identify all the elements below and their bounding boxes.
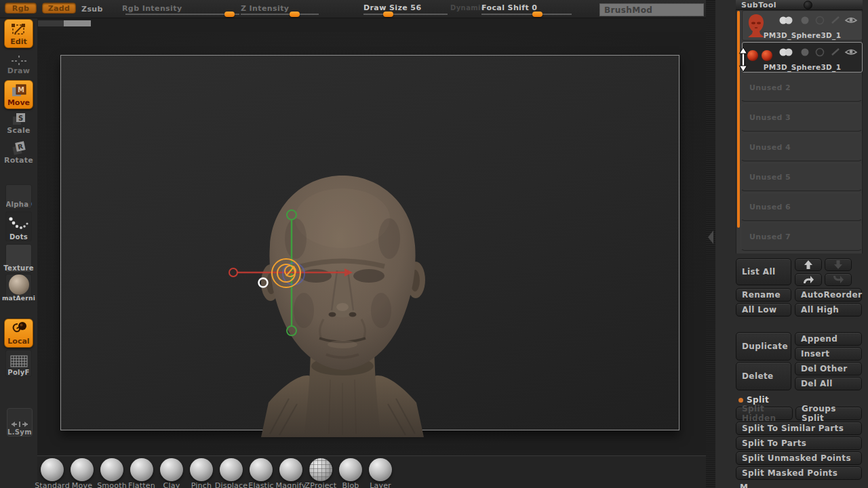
- tool-draw[interactable]: Draw: [5, 56, 32, 75]
- polyframe-toggle[interactable]: PolyF: [5, 350, 32, 377]
- lsym-arrows-icon: [9, 420, 30, 428]
- svg-text:M: M: [18, 86, 24, 94]
- brush-smooth[interactable]: Smooth: [97, 458, 127, 488]
- brush-standard[interactable]: Standard: [37, 458, 67, 488]
- tool-local-symmetry[interactable]: Local: [4, 319, 33, 348]
- brush-icon[interactable]: [832, 49, 839, 55]
- brushmod-field[interactable]: BrushMod: [599, 3, 704, 16]
- subtool-panel-header[interactable]: SubTool: [736, 0, 863, 10]
- edit-icon: [11, 22, 27, 37]
- brush-flatten[interactable]: Flatten: [127, 458, 157, 488]
- rgb-button[interactable]: Rgb: [5, 3, 37, 14]
- texture-selector[interactable]: Texture: [5, 244, 32, 272]
- tool-rotate[interactable]: R Rotate: [5, 141, 32, 165]
- tool-move[interactable]: M Move: [4, 80, 33, 109]
- subtool-unused-slot[interactable]: Unused 4: [741, 133, 863, 161]
- subtool-item-selected[interactable]: PM3D_Sphere3D_1: [742, 42, 863, 73]
- split-hidden-button[interactable]: Split Hidden: [736, 407, 793, 420]
- move-to-top-button[interactable]: [795, 273, 822, 286]
- brush-elastic[interactable]: Elastic: [246, 458, 276, 488]
- subtool-unused-slot[interactable]: Unused 2: [741, 73, 863, 102]
- subtool-unused-slot[interactable]: Unused 6: [741, 192, 863, 221]
- focal-shift-track[interactable]: [481, 14, 572, 15]
- move-brush-icon: [71, 458, 94, 481]
- polypaint-icon[interactable]: [780, 49, 793, 56]
- subtool-panel: SubTool PM3D_Sp: [715, 0, 868, 488]
- brush-layer[interactable]: Layer: [366, 458, 395, 488]
- zproject-brush-icon: [309, 458, 332, 481]
- lsym-toggle[interactable]: L.Sym: [7, 408, 33, 436]
- autoreorder-button[interactable]: AutoReorder: [795, 288, 862, 302]
- split-unmasked-points-button[interactable]: Split Unmasked Points: [736, 451, 862, 465]
- all-high-button[interactable]: All High: [795, 303, 862, 317]
- brush-magnify[interactable]: Magnify: [276, 458, 306, 488]
- tool-scale[interactable]: S Scale: [5, 113, 32, 135]
- rgb-intensity-handle[interactable]: [224, 12, 235, 17]
- del-other-button[interactable]: Del Other: [795, 362, 862, 375]
- split-section-header[interactable]: Split: [738, 395, 769, 405]
- subtool-scrollbar[interactable]: [737, 11, 740, 228]
- sculpt-document-canvas[interactable]: [60, 55, 679, 430]
- tool-edit[interactable]: Edit: [4, 19, 33, 48]
- zadd-button[interactable]: Zadd: [42, 3, 76, 14]
- polyframe-grid-icon: [10, 355, 28, 367]
- del-all-button[interactable]: Del All: [795, 377, 862, 390]
- polypaint-icon[interactable]: [780, 17, 793, 24]
- mini-slider-track[interactable]: [38, 20, 64, 26]
- standard-brush-icon: [41, 458, 64, 481]
- displace-brush-icon: [220, 458, 243, 481]
- move-down-button[interactable]: [825, 258, 852, 271]
- material-selector[interactable]: matAerni: [5, 274, 32, 302]
- mini-slider-handle[interactable]: [64, 20, 91, 26]
- rgb-intensity-track[interactable]: [125, 14, 239, 15]
- rename-button[interactable]: Rename: [736, 288, 791, 302]
- split-to-similar-parts-button[interactable]: Split To Similar Parts: [736, 422, 862, 435]
- subtool-unused-slot[interactable]: Unused 5: [741, 163, 863, 191]
- dynamic-toggle[interactable]: Dynamic: [450, 4, 485, 12]
- visibility-eye-icon[interactable]: [846, 18, 856, 23]
- brush-move[interactable]: Move: [67, 458, 97, 488]
- ghost-icon[interactable]: [816, 17, 824, 24]
- brush-pinch[interactable]: Pinch: [186, 458, 216, 488]
- material-sphere-icon: [9, 274, 29, 295]
- local-icon: [10, 321, 28, 336]
- insert-button[interactable]: Insert: [795, 347, 862, 361]
- groups-split-button[interactable]: Groups Split: [795, 407, 862, 420]
- panel-close-knob-icon[interactable]: [804, 1, 812, 9]
- draw-size-handle[interactable]: [383, 12, 393, 17]
- delete-button[interactable]: Delete: [736, 362, 791, 390]
- brush-zproject[interactable]: ZProject: [306, 458, 336, 488]
- dots-stroke-icon: [9, 216, 29, 232]
- panel-divider[interactable]: [706, 0, 715, 488]
- draw-size-track[interactable]: [363, 14, 448, 15]
- shaded-icon[interactable]: [802, 49, 809, 56]
- brush-icon[interactable]: [832, 17, 839, 23]
- move-up-button[interactable]: [795, 258, 822, 271]
- alpha-selector[interactable]: Alpha Of: [5, 184, 32, 209]
- subtool-item-label: PM3D_Sphere3D_1: [743, 31, 862, 39]
- stroke-selector[interactable]: Dots: [5, 211, 32, 241]
- all-low-button[interactable]: All Low: [736, 303, 791, 317]
- elastic-brush-icon: [250, 458, 273, 481]
- focal-shift-handle[interactable]: [532, 12, 542, 17]
- split-to-parts-button[interactable]: Split To Parts: [736, 436, 862, 450]
- z-intensity-track[interactable]: [241, 14, 319, 15]
- subtool-item[interactable]: PM3D_Sphere3D_1: [742, 10, 863, 41]
- shaded-icon[interactable]: [802, 17, 809, 24]
- duplicate-button[interactable]: Duplicate: [736, 332, 791, 361]
- visibility-eye-icon[interactable]: [846, 50, 856, 55]
- split-masked-points-button[interactable]: Split Masked Points: [736, 466, 862, 480]
- divider-handle-icon[interactable]: [706, 229, 715, 245]
- append-button[interactable]: Append: [795, 332, 862, 346]
- brush-displace[interactable]: Displace: [216, 458, 246, 488]
- subtool-panel-title: SubTool: [741, 1, 776, 9]
- move-to-bottom-button[interactable]: [825, 273, 852, 286]
- brush-blob[interactable]: Blob: [336, 458, 366, 488]
- subtool-unused-slot[interactable]: Unused 3: [741, 103, 863, 131]
- brush-clay[interactable]: Clay: [157, 458, 186, 488]
- list-all-button[interactable]: List All: [736, 258, 791, 285]
- zsub-button[interactable]: Zsub: [81, 5, 103, 14]
- ghost-icon[interactable]: [816, 49, 824, 56]
- subtool-unused-slot[interactable]: Unused 7: [741, 222, 863, 251]
- z-intensity-handle[interactable]: [290, 12, 300, 17]
